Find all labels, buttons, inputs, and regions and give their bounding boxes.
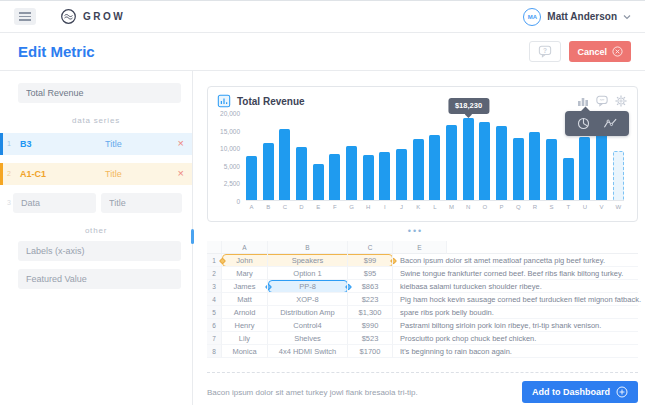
add-to-dashboard-button[interactable]: Add to Dashboard bbox=[522, 381, 638, 403]
cell-E6[interactable]: Pastrami biltong sirloin pork loin ribey… bbox=[393, 319, 638, 332]
chart-bar-D[interactable] bbox=[296, 147, 307, 200]
chart-bar-B[interactable] bbox=[263, 143, 274, 200]
chart-bar-K[interactable] bbox=[413, 139, 424, 200]
series-row-b3[interactable]: 1 B3 Title × bbox=[0, 133, 192, 155]
cell-B2[interactable]: Option 1 bbox=[268, 267, 348, 280]
row-number-4[interactable]: 4 bbox=[207, 293, 222, 306]
chart-bar-S[interactable] bbox=[546, 139, 557, 200]
cell-C2[interactable]: $95 bbox=[348, 267, 393, 280]
cell-A8[interactable]: Monica bbox=[222, 345, 268, 358]
cell-C1[interactable]: $99 bbox=[348, 254, 393, 267]
chart-bar-F[interactable] bbox=[329, 154, 340, 200]
chart-bar-T[interactable] bbox=[563, 158, 574, 200]
cell-E2[interactable]: Swine tongue frankfurter corned beef. Be… bbox=[393, 267, 638, 280]
column-header-E[interactable]: E bbox=[393, 241, 447, 254]
chart-bar-C[interactable] bbox=[279, 129, 290, 200]
cell-A4[interactable]: Matt bbox=[222, 293, 268, 306]
cell-B3[interactable]: PP-8 bbox=[268, 280, 348, 293]
row-number-2[interactable]: 2 bbox=[207, 267, 222, 280]
header-filler bbox=[447, 241, 638, 254]
cell-A3[interactable]: James bbox=[222, 280, 268, 293]
row-number-7[interactable]: 7 bbox=[207, 332, 222, 345]
series-row-a1c1[interactable]: 2 A1-C1 Title × bbox=[0, 163, 192, 185]
more-options-dots[interactable]: ••• bbox=[193, 226, 638, 236]
series-title: Title bbox=[105, 139, 122, 149]
chart-bar-N[interactable] bbox=[463, 118, 474, 200]
chart-bar-R[interactable] bbox=[529, 132, 540, 200]
chart-bar-E[interactable] bbox=[313, 164, 324, 200]
column-header-C[interactable]: C bbox=[348, 241, 393, 254]
chart-bar-O[interactable] bbox=[479, 122, 490, 200]
pie-chart-icon[interactable] bbox=[577, 117, 590, 130]
menu-icon[interactable] bbox=[14, 8, 36, 25]
y-tick-label: 10,000 bbox=[220, 145, 240, 152]
cell-A1[interactable]: John bbox=[222, 254, 268, 267]
y-tick-label: 5,000 bbox=[224, 162, 240, 169]
cell-E3[interactable]: kielbasa salami turducken shoulder ribey… bbox=[393, 280, 638, 293]
cell-B7[interactable]: Shelves bbox=[268, 332, 348, 345]
cell-B5[interactable]: Distribution Amp bbox=[268, 306, 348, 319]
chart-bar-Q[interactable] bbox=[513, 138, 524, 200]
chart-bar-I[interactable] bbox=[379, 152, 390, 200]
chart-bar-V[interactable] bbox=[596, 134, 607, 200]
cell-C4[interactable]: $223 bbox=[348, 293, 393, 306]
x-tick-label: F bbox=[329, 204, 340, 210]
x-tick-label: I bbox=[379, 204, 390, 210]
new-series-data-input[interactable] bbox=[13, 193, 96, 213]
bar-chart-icon[interactable] bbox=[577, 95, 589, 107]
cell-B4[interactable]: XOP-8 bbox=[268, 293, 348, 306]
chart-bar-G[interactable] bbox=[346, 146, 357, 200]
user-menu[interactable]: MA Matt Anderson bbox=[523, 8, 631, 26]
cell-C8[interactable]: $1700 bbox=[348, 345, 393, 358]
chart-bar-A[interactable] bbox=[246, 156, 257, 200]
labels-xaxis-input[interactable] bbox=[18, 241, 181, 261]
cell-E5[interactable]: spare ribs pork belly boudin. bbox=[393, 306, 638, 319]
remove-series-icon[interactable]: × bbox=[178, 167, 184, 179]
chart-bar-W[interactable] bbox=[613, 151, 624, 200]
chart-bar-P[interactable] bbox=[496, 126, 507, 200]
cell-E4[interactable]: Pig ham hock kevin sausage corned beef t… bbox=[393, 293, 638, 306]
x-tick-label: M bbox=[446, 204, 457, 210]
cell-C3[interactable]: $863 bbox=[348, 280, 393, 293]
cell-C7[interactable]: $523 bbox=[348, 332, 393, 345]
chart-bar-M[interactable] bbox=[446, 125, 457, 200]
chevron-down-icon bbox=[623, 14, 631, 20]
remove-series-icon[interactable]: × bbox=[178, 137, 184, 149]
chart-bar-L[interactable] bbox=[429, 135, 440, 200]
cell-E1[interactable]: Bacon ipsum dolor sit amet meatloaf panc… bbox=[393, 254, 638, 267]
featured-value-input[interactable] bbox=[18, 269, 181, 289]
grow-logo[interactable]: GROW bbox=[60, 8, 125, 25]
cell-A7[interactable]: Lily bbox=[222, 332, 268, 345]
y-axis-labels: 20,00015,00010,0005,0002,5000 bbox=[216, 113, 240, 201]
chart-bar-U[interactable] bbox=[579, 137, 590, 200]
y-tick-label: 20,000 bbox=[220, 110, 240, 117]
row-number-5[interactable]: 5 bbox=[207, 306, 222, 319]
cell-E8[interactable]: It's beginning to rain bacon again. bbox=[393, 345, 638, 358]
gear-icon[interactable] bbox=[615, 95, 627, 107]
cell-B8[interactable]: 4x4 HDMI Switch bbox=[268, 345, 348, 358]
column-header-B[interactable]: B bbox=[268, 241, 348, 254]
column-header-A[interactable]: A bbox=[222, 241, 268, 254]
cancel-button[interactable]: Cancel bbox=[569, 41, 631, 62]
comment-icon[interactable] bbox=[596, 95, 608, 107]
cell-C6[interactable]: $990 bbox=[348, 319, 393, 332]
cell-C5[interactable]: $1,300 bbox=[348, 306, 393, 319]
cell-A2[interactable]: Mary bbox=[222, 267, 268, 280]
chart-bar-H[interactable] bbox=[363, 155, 374, 200]
cell-B1[interactable]: Speakers bbox=[268, 254, 348, 267]
line-chart-icon[interactable] bbox=[603, 117, 618, 130]
corner-header-cell[interactable] bbox=[207, 241, 222, 254]
row-number-6[interactable]: 6 bbox=[207, 319, 222, 332]
row-number-8[interactable]: 8 bbox=[207, 345, 222, 358]
new-series-title-input[interactable] bbox=[101, 193, 182, 213]
row-number-1[interactable]: 1 bbox=[207, 254, 222, 267]
cell-A5[interactable]: Arnold bbox=[222, 306, 268, 319]
cell-E7[interactable]: Prosciutto pork chop chuck beef chicken. bbox=[393, 332, 638, 345]
help-button[interactable]: ? bbox=[529, 41, 561, 62]
chart-bar-J[interactable] bbox=[396, 149, 407, 200]
row-number-3[interactable]: 3 bbox=[207, 280, 222, 293]
metric-name-input[interactable] bbox=[18, 83, 181, 103]
add-to-dashboard-label: Add to Dashboard bbox=[532, 387, 610, 397]
cell-A6[interactable]: Henry bbox=[222, 319, 268, 332]
cell-B6[interactable]: Control4 bbox=[268, 319, 348, 332]
